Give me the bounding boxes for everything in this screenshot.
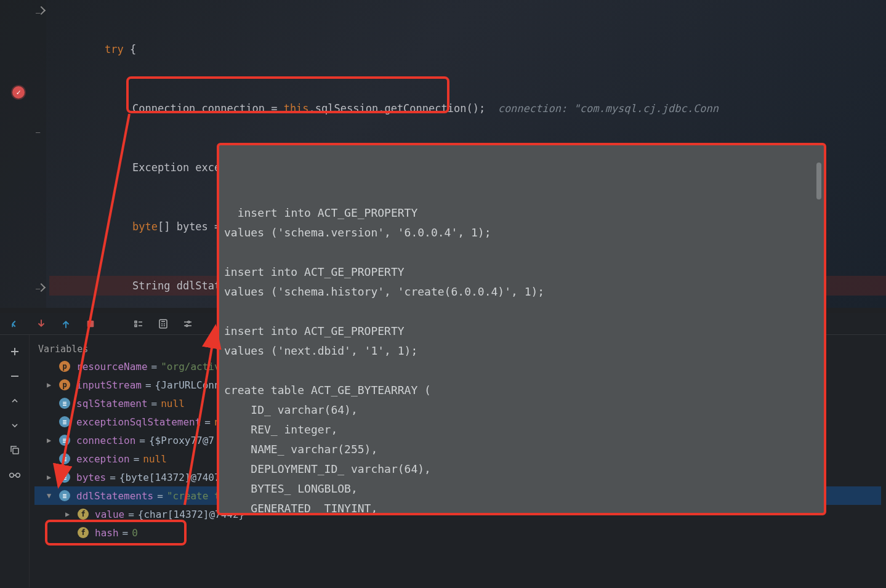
stop-icon[interactable] [84,317,97,331]
var-badge: ≡ [59,453,70,464]
svg-rect-1 [159,320,167,328]
var-badge: p [59,361,70,372]
var-badge: ≡ [59,472,70,483]
var-name: ddlStatements [76,490,153,502]
copy-icon[interactable] [8,443,22,457]
var-value: null [161,398,185,409]
variable-row[interactable]: fhash = 0 [34,523,881,542]
var-value: {byte[14372]@7407 [119,472,220,483]
remove-icon[interactable] [8,369,22,383]
expand-arrow-icon[interactable]: ▶ [47,473,55,481]
var-badge: p [59,379,70,390]
frames-icon[interactable] [132,317,145,331]
svg-point-3 [186,324,188,326]
calculator-icon[interactable] [156,317,170,331]
expand-arrow-icon[interactable]: ▼ [47,491,55,500]
popup-scrollbar[interactable] [816,163,821,199]
var-badge: f [78,527,89,538]
expand-arrow-icon[interactable]: ▶ [47,381,55,389]
add-icon[interactable] [8,345,22,358]
svg-rect-4 [13,448,18,454]
var-badge: f [78,509,89,520]
svg-point-6 [15,473,20,478]
popup-content: insert into ACT_GE_PROPERTY values ('sch… [224,206,584,515]
step-over-icon[interactable] [10,317,23,331]
var-badge: ≡ [59,490,70,501]
var-name: inputStream [76,379,142,391]
var-value: {$Proxy77@7 [149,435,214,446]
svg-point-5 [9,473,14,478]
var-name: exceptionSqlStatement [76,416,201,428]
svg-point-2 [188,321,190,323]
var-name: hash [95,527,119,539]
var-name: connection [76,435,135,446]
glasses-icon[interactable] [8,468,22,481]
var-value: null [143,453,167,465]
var-badge: ≡ [59,398,70,409]
var-value: "org/activ [161,361,220,373]
breakpoint-icon[interactable] [12,86,25,99]
settings-icon[interactable] [181,317,195,331]
gutter: — — — [0,0,46,308]
expand-arrow-icon[interactable]: ▶ [47,436,55,445]
var-badge: ≡ [59,435,70,446]
var-name: bytes [76,472,106,483]
step-into-icon[interactable] [34,317,48,331]
svg-rect-0 [87,320,94,327]
var-badge: ≡ [59,416,70,427]
down-icon[interactable] [8,419,22,432]
value-popup[interactable]: insert into ACT_GE_PROPERTY values ('sch… [217,143,826,515]
var-value: {JarURLConn [155,379,220,391]
up-icon[interactable] [8,394,22,408]
var-name: value [95,509,124,520]
var-name: resourceName [76,361,148,373]
debug-sidebar [0,335,30,587]
var-value: 0 [132,527,138,539]
step-out-icon[interactable] [59,317,73,331]
var-name: exception [76,453,130,465]
var-name: sqlStatement [76,398,148,409]
expand-arrow-icon[interactable]: ▶ [65,510,74,518]
